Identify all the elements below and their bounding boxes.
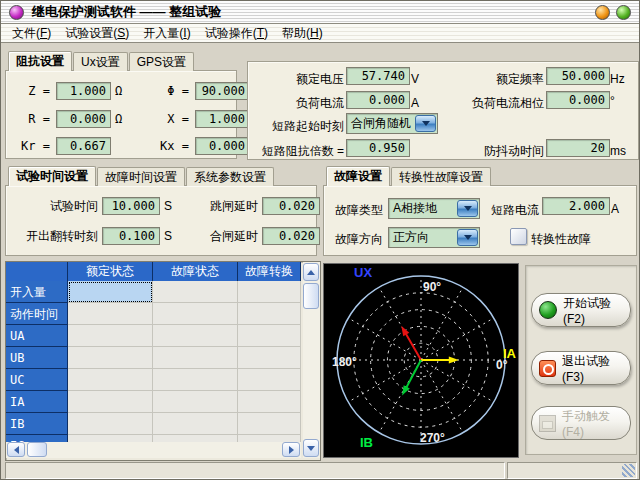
- horizontal-scroll-thumb[interactable]: [27, 442, 47, 457]
- kr-input[interactable]: 0.667: [56, 137, 111, 155]
- phasor-diagram: 90°180°0°270°UXIAIB: [323, 263, 519, 458]
- impedance-row: Z = 1.000 Ω Φ = 90.000 °: [14, 82, 274, 100]
- dropdown-arrow-icon[interactable]: [457, 229, 478, 246]
- table-cell[interactable]: [68, 281, 153, 303]
- fault-type-combo[interactable]: A相接地: [388, 198, 480, 219]
- load-current-label: 负荷电流: [268, 95, 344, 112]
- table-cell[interactable]: [153, 325, 238, 347]
- table-cell[interactable]: [68, 303, 153, 325]
- load-current-input[interactable]: 0.000: [346, 91, 410, 109]
- menu-item-3[interactable]: 试验操作(T): [198, 25, 275, 42]
- table-cell[interactable]: [153, 391, 238, 413]
- impedance-tabbody: Z = 1.000 Ω Φ = 90.000 ° R = 0.000 Ω X =…: [5, 70, 237, 159]
- rated-frequency-input[interactable]: 50.000: [546, 67, 610, 85]
- trip-delay-input[interactable]: 0.020: [262, 197, 320, 215]
- table-cell[interactable]: [238, 303, 301, 325]
- debounce-time-input[interactable]: 20: [546, 139, 610, 157]
- fault-tab-0[interactable]: 故障设置: [326, 166, 390, 186]
- short-circuit-current-unit: A: [611, 202, 619, 216]
- timing-tab-0[interactable]: 试验时间设置: [8, 166, 96, 186]
- close-button[interactable]: [616, 5, 631, 20]
- table-cell[interactable]: [238, 413, 301, 435]
- x-input[interactable]: 1.000: [195, 110, 250, 128]
- impedance-tab-2[interactable]: GPS设置: [129, 52, 194, 71]
- resize-grip[interactable]: [622, 464, 635, 477]
- svg-text:90°: 90°: [423, 280, 441, 294]
- phi-input[interactable]: 90.000: [195, 82, 250, 100]
- timing-tab-1[interactable]: 故障时间设置: [97, 167, 185, 186]
- rated-voltage-input[interactable]: 57.740: [346, 67, 410, 85]
- timing-row: 开出翻转时刻 0.100 S 合闸延时 0.020 S: [12, 227, 336, 245]
- table-cell[interactable]: [153, 347, 238, 369]
- vertical-scroll-thumb[interactable]: [303, 283, 319, 309]
- table-cell[interactable]: [68, 347, 153, 369]
- dropdown-arrow-icon[interactable]: [457, 200, 478, 217]
- menu-item-4[interactable]: 帮助(H): [275, 25, 330, 42]
- kx-label: Kx =: [149, 139, 189, 153]
- kr-label: Kr =: [14, 139, 50, 153]
- output-flip-time-input[interactable]: 0.100: [102, 227, 160, 245]
- manual-trigger-button: 手动触发(F4): [531, 406, 631, 440]
- vertical-scrollbar[interactable]: [303, 262, 320, 458]
- z-input[interactable]: 1.000: [56, 82, 111, 100]
- table-cell[interactable]: [238, 281, 301, 303]
- convertible-fault-checkbox[interactable]: [510, 228, 527, 245]
- scroll-down-button[interactable]: [303, 439, 319, 457]
- timing-tabstrip: 试验时间设置故障时间设置系统参数设置: [8, 166, 275, 186]
- close-delay-input[interactable]: 0.020: [262, 227, 320, 245]
- short-circuit-current-input[interactable]: 2.000: [542, 197, 610, 215]
- table-cell[interactable]: [238, 347, 301, 369]
- titlebar[interactable]: 继电保护测试软件 —— 整组试验: [1, 1, 639, 24]
- table-cell[interactable]: [68, 369, 153, 391]
- fault-tabbody: 故障类型 A相接地 短路电流 2.000 A 故障方向 正方向 转换性故障: [323, 185, 637, 256]
- minimize-button[interactable]: [595, 5, 610, 20]
- fault-panel: 故障设置转换性故障设置 故障类型 A相接地 短路电流 2.000 A 故障方向 …: [323, 166, 637, 256]
- table-cell[interactable]: [153, 369, 238, 391]
- r-input[interactable]: 0.000: [56, 110, 111, 128]
- impedance-row: R = 0.000 Ω X = 1.000 Ω: [14, 110, 274, 128]
- fault-tab-1[interactable]: 转换性故障设置: [391, 167, 491, 186]
- menu-item-1[interactable]: 试验设置(S): [58, 25, 136, 42]
- manual-trigger-icon: [539, 415, 556, 432]
- table-cell[interactable]: [153, 413, 238, 435]
- scroll-up-button[interactable]: [303, 263, 319, 281]
- kx-input[interactable]: 0.000: [195, 137, 250, 155]
- table-row-label: UB: [6, 347, 68, 369]
- fault-direction-combo[interactable]: 正方向: [388, 227, 480, 248]
- timing-tab-2[interactable]: 系统参数设置: [186, 167, 274, 186]
- test-time-input[interactable]: 10.000: [102, 197, 160, 215]
- table-cell[interactable]: [68, 325, 153, 347]
- menu-item-2[interactable]: 开入量(I): [136, 25, 197, 42]
- trip-delay-label: 跳闸延时: [198, 198, 258, 215]
- manual-trigger-label: 手动触发(F4): [562, 408, 630, 439]
- scroll-left-button[interactable]: [7, 442, 25, 457]
- table-row: IB: [6, 413, 301, 435]
- impedance-multiple-input[interactable]: 0.950: [346, 139, 410, 157]
- table-row-label: 开入量: [6, 281, 68, 303]
- load-current-phase-unit: °: [610, 94, 615, 108]
- horizontal-scrollbar[interactable]: [6, 442, 301, 458]
- table-cell[interactable]: [238, 391, 301, 413]
- table-cell[interactable]: [68, 435, 153, 442]
- table-cell[interactable]: [238, 325, 301, 347]
- table-header-row: 额定状态故障状态故障转换: [6, 262, 301, 281]
- short-circuit-start-combo[interactable]: 合闸角随机: [346, 113, 438, 134]
- table-cell[interactable]: [153, 303, 238, 325]
- menu-item-0[interactable]: 文件(F): [5, 25, 58, 42]
- scroll-right-button[interactable]: [282, 442, 300, 457]
- timing-panel: 试验时间设置故障时间设置系统参数设置 试验时间 10.000 S 跳闸延时 0.…: [5, 166, 317, 256]
- table-cell[interactable]: [238, 369, 301, 391]
- impedance-tab-1[interactable]: Ux设置: [73, 52, 128, 71]
- load-current-phase-input[interactable]: 0.000: [546, 91, 610, 109]
- debounce-time-label: 防抖动时间: [470, 143, 544, 160]
- table-cell[interactable]: [68, 391, 153, 413]
- table-cell[interactable]: [68, 413, 153, 435]
- table-cell[interactable]: [238, 435, 301, 442]
- table-cell[interactable]: [153, 435, 238, 442]
- dropdown-arrow-icon[interactable]: [415, 115, 436, 132]
- exit-test-button[interactable]: 退出试验(F3): [531, 351, 631, 385]
- start-test-button[interactable]: 开始试验(F2): [531, 293, 631, 327]
- impedance-tab-0[interactable]: 阻抗设置: [8, 51, 72, 71]
- z-unit: Ω: [111, 84, 135, 98]
- table-cell[interactable]: [153, 281, 238, 303]
